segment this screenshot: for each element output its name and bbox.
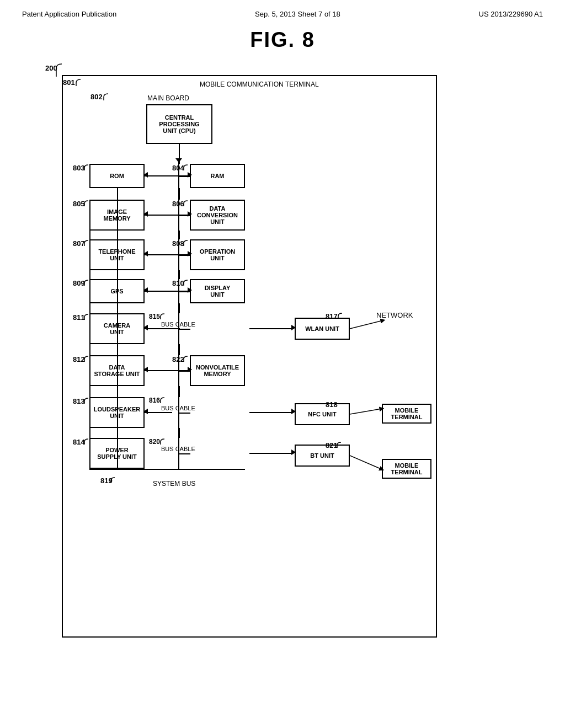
svg-line-2 <box>350 456 382 469</box>
ram-label: RAM <box>210 173 224 179</box>
mobile-terminal-2-label: MOBILE TERMINAL <box>391 462 423 475</box>
nonvolatile-label: NONVOLATILE MEMORY <box>196 364 239 377</box>
operation-label: OPERATION UNIT <box>200 248 236 261</box>
diagram-container: 200 801 MOBILE COMMUNICATION TERMINAL MA… <box>45 63 520 647</box>
h-img-to-bus <box>178 215 190 216</box>
data-conversion-label: DATA CONVERSION UNIT <box>197 205 238 225</box>
wlan-network-arrow <box>350 318 388 340</box>
arrowhead-to-rom <box>143 172 148 178</box>
v-rom-sysbus <box>117 188 118 469</box>
bt-mt2-arrow <box>350 445 388 483</box>
svg-line-0 <box>350 320 383 329</box>
nfc-box: NFC UNIT <box>295 403 350 425</box>
operation-box: OPERATION UNIT <box>190 239 245 270</box>
wlan-box: WLAN UNIT <box>295 318 350 340</box>
arrow-bus3-bt <box>249 453 294 454</box>
rom-box: ROM <box>89 164 145 188</box>
ref-801: 801 <box>63 78 75 87</box>
brace-820 <box>159 438 167 446</box>
nfc-mt1-arrow <box>350 403 388 425</box>
arrowhead-to-gps <box>143 287 148 293</box>
arrow-ls-bus2 <box>145 412 172 413</box>
brace-802 <box>102 93 110 101</box>
arrowhead-to-ds <box>143 367 148 372</box>
h-ds-to-bus <box>178 371 190 372</box>
brace-819 <box>109 477 117 484</box>
ps-sysbus-join <box>117 469 118 470</box>
svg-line-1 <box>350 409 382 414</box>
ram-box: RAM <box>190 164 245 188</box>
arrow-bus2-nfc <box>249 412 294 413</box>
cpu-label: CENTRAL PROCESSING UNIT (CPU) <box>159 114 199 134</box>
brace-816 <box>159 397 167 404</box>
brace-808 <box>182 239 190 247</box>
bt-label: BT UNIT <box>310 452 334 459</box>
header-right: US 2013/229690 A1 <box>479 10 543 18</box>
arrowhead-to-img <box>143 211 148 217</box>
brace-822 <box>182 355 190 363</box>
arrow-bus-cam-left <box>171 328 180 329</box>
arrow-cam-bus1 <box>145 328 172 329</box>
h-ps-to-bus <box>178 453 190 454</box>
arrowhead-ls-left <box>143 409 148 414</box>
figure-title: FIG. 8 <box>0 28 565 52</box>
brace-804 <box>182 164 190 172</box>
bt-box: BT UNIT <box>295 445 350 467</box>
arrowhead-bus-cam <box>143 325 148 330</box>
system-bus-label: SYSTEM BUS <box>153 480 195 488</box>
h-rom-to-bus <box>178 176 190 177</box>
page-header: Patent Application Publication Sep. 5, 2… <box>0 0 565 23</box>
header-center: Sep. 5, 2013 Sheet 7 of 18 <box>255 10 340 18</box>
mobile-terminal-2-box: MOBILE TERMINAL <box>382 459 431 479</box>
central-bus-line <box>178 159 179 469</box>
brace-801 <box>74 78 83 87</box>
mobile-terminal-1-box: MOBILE TERMINAL <box>382 404 431 424</box>
brace-810 <box>182 279 190 287</box>
display-box: DISPLAY UNIT <box>190 279 245 303</box>
mobile-terminal-1-label: MOBILE TERMINAL <box>391 407 423 420</box>
arrow-bus1-wlan <box>249 328 294 329</box>
nonvolatile-box: NONVOLATILE MEMORY <box>190 355 245 386</box>
h-cam-to-bus <box>178 329 190 330</box>
v-imgmem-sysbus <box>89 231 90 469</box>
arrowhead-to-tel <box>143 251 148 256</box>
nfc-label: NFC UNIT <box>308 411 336 417</box>
rom-label: ROM <box>110 173 124 179</box>
h-tel-to-bus <box>178 255 190 256</box>
cpu-box: CENTRAL PROCESSING UNIT (CPU) <box>146 104 212 144</box>
header-left: Patent Application Publication <box>22 10 116 18</box>
ref-802: 802 <box>90 93 103 101</box>
system-bus-line <box>89 469 245 470</box>
h-gps-to-bus <box>178 291 190 292</box>
brace-815 <box>159 313 167 320</box>
label-mobile-comm: MOBILE COMMUNICATION TERMINAL <box>200 81 319 88</box>
brace-806 <box>182 200 190 207</box>
display-label: DISPLAY UNIT <box>205 285 231 298</box>
label-main-board: MAIN BOARD <box>147 94 189 102</box>
arrow-cpu-down <box>179 144 180 159</box>
data-conversion-box: DATA CONVERSION UNIT <box>190 200 245 231</box>
wlan-label: WLAN UNIT <box>305 325 339 332</box>
h-ls-to-bus <box>178 413 190 414</box>
